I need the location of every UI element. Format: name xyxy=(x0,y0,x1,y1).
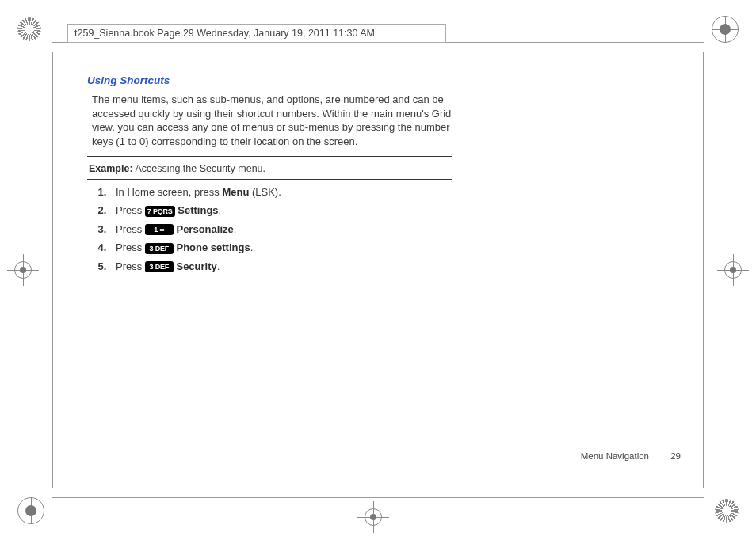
step-1: In Home screen, press Menu (LSK). xyxy=(109,186,452,198)
crop-mark-mid-bottom xyxy=(365,508,382,526)
page: t259_Sienna.book Page 29 Wednesday, Janu… xyxy=(0,0,756,540)
divider-top xyxy=(87,156,452,157)
intro-paragraph: The menu items, such as sub-menus, and o… xyxy=(87,93,452,148)
divider-bottom xyxy=(87,179,452,180)
header-file-info: t259_Sienna.book Page 29 Wednesday, Janu… xyxy=(67,24,446,43)
step-5: Press 3 DEF Security. xyxy=(109,260,452,273)
step-3: Press 1 ∞ Personalize. xyxy=(109,223,452,236)
crop-mark-mid-right xyxy=(724,261,742,279)
crop-mark-sunburst-br xyxy=(715,499,739,523)
crop-guide-left xyxy=(52,52,53,488)
key-3-icon: 3 DEF xyxy=(145,261,174,272)
step-4: Press 3 DEF Phone settings. xyxy=(109,241,452,254)
footer-page-number: 29 xyxy=(670,451,681,461)
crop-guide-right xyxy=(703,52,704,488)
crop-mark-registration-bl xyxy=(17,497,44,524)
header-file-text: t259_Sienna.book Page 29 Wednesday, Janu… xyxy=(74,28,375,39)
footer-section-name: Menu Navigation xyxy=(581,451,649,461)
example-text: Accessing the Security menu. xyxy=(133,163,265,174)
steps-list: In Home screen, press Menu (LSK). Press … xyxy=(87,186,452,272)
crop-guide-bottom xyxy=(52,497,704,498)
example-label: Example: xyxy=(89,163,133,174)
content-column: Using Shortcuts The menu items, such as … xyxy=(87,74,452,279)
crop-mark-sunburst-tl xyxy=(17,17,41,41)
crop-mark-mid-left xyxy=(14,261,32,279)
section-heading: Using Shortcuts xyxy=(87,74,452,86)
key-1-icon: 1 ∞ xyxy=(145,224,174,235)
key-7-icon: 7 PQRS xyxy=(145,206,175,217)
crop-mark-registration-tr xyxy=(712,16,739,43)
page-footer: Menu Navigation 29 xyxy=(581,451,681,461)
key-3-icon: 3 DEF xyxy=(145,243,174,254)
step-2: Press 7 PQRS Settings. xyxy=(109,204,452,217)
example-line: Example: Accessing the Security menu. xyxy=(87,162,452,177)
